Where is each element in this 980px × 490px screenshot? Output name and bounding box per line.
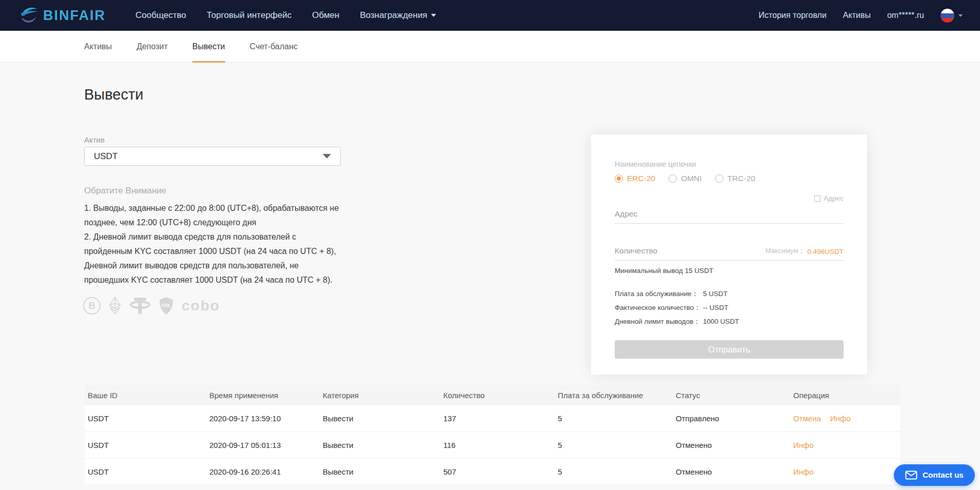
bitcoin-icon: B xyxy=(83,297,101,315)
address-checkbox[interactable] xyxy=(814,195,820,202)
amount-input[interactable] xyxy=(615,246,765,256)
radio-trc20-label: TRC-20 xyxy=(728,174,755,183)
fee-label: Плата за обслуживание： xyxy=(615,287,703,301)
top-navbar: BINFAIR Сообщество Торговый интерфейс Об… xyxy=(0,0,980,31)
fee-row-service: Плата за обслуживание： 5 USDT xyxy=(615,287,844,301)
tether-icon xyxy=(129,297,151,315)
notice-item-2: 2. Дневной лимит вывода средств для поль… xyxy=(84,230,345,287)
asset-field-label: Актив xyxy=(84,135,105,144)
address-book-checkbox-row: Адрес xyxy=(615,194,844,202)
withdraw-history-table: Ваше ID Время применения Категория Колич… xyxy=(85,385,900,485)
radio-omni[interactable]: OMNI xyxy=(669,174,701,183)
info-link[interactable]: Инфо xyxy=(793,467,814,476)
notice-text: 1. Выводы, заданные с 22:00 до 8:00 (UTC… xyxy=(84,201,345,287)
cell-amount: 137 xyxy=(440,414,555,423)
asset-select-value: USDT xyxy=(94,151,323,162)
nav-link-rewards[interactable]: Вознаграждения xyxy=(360,10,436,21)
cell-amount: 116 xyxy=(440,441,555,449)
radio-erc20[interactable]: ERC-20 xyxy=(615,174,655,183)
chevron-down-icon xyxy=(431,14,436,17)
cell-operation: Инфо xyxy=(790,441,900,449)
partner-icons-row: B SSL cobo xyxy=(83,297,220,315)
wallet-tabbar: Активы Депозит Вывести Счет-баланс xyxy=(0,31,980,63)
cancel-link[interactable]: Отмена xyxy=(793,414,821,423)
tab-withdraw[interactable]: Вывести xyxy=(192,31,225,63)
brand-name: BINFAIR xyxy=(43,8,106,24)
svg-text:SSL: SSL xyxy=(162,303,171,308)
address-input[interactable] xyxy=(615,209,844,219)
nav-link-exchange[interactable]: Обмен xyxy=(312,10,339,21)
max-value[interactable]: 0.496USDT xyxy=(807,248,844,256)
table-row: USDT 2020-09-16 20:26:41 Вывести 507 5 О… xyxy=(85,459,900,485)
radio-trc20[interactable]: TRC-20 xyxy=(715,174,755,183)
info-link[interactable]: Инфо xyxy=(793,441,814,449)
cell-id: USDT xyxy=(85,441,206,449)
fee-value: -- USDT xyxy=(703,301,729,315)
address-checkbox-label: Адрес xyxy=(824,194,844,202)
cobo-logo: cobo xyxy=(182,298,220,314)
col-header-time: Время применения xyxy=(206,391,320,400)
col-header-fee: Плата за обслуживание xyxy=(555,391,673,400)
col-header-id: Ваше ID xyxy=(85,391,206,400)
tab-deposit[interactable]: Депозит xyxy=(136,31,168,63)
cell-time: 2020-09-17 13:59:10 xyxy=(206,414,320,423)
binfair-logo[interactable]: BINFAIR xyxy=(19,5,106,26)
navbar-right: История торговли Активы om*****.ru xyxy=(759,0,963,31)
table-row: USDT 2020-09-17 13:59:10 Вывести 137 5 О… xyxy=(85,405,900,432)
ssl-shield-icon: SSL xyxy=(159,297,174,315)
contact-us-button[interactable]: Contact us xyxy=(894,464,975,486)
fee-label: Фактическое количество： xyxy=(615,301,703,315)
submit-button[interactable]: Отправить xyxy=(615,340,844,359)
chevron-down-icon xyxy=(958,14,963,17)
info-link[interactable]: Инфо xyxy=(830,414,851,423)
nav-link-rewards-label: Вознаграждения xyxy=(360,10,427,21)
language-selector[interactable] xyxy=(940,9,963,23)
envelope-icon xyxy=(905,471,917,480)
cell-status: Отменено xyxy=(673,467,790,476)
asset-select[interactable]: USDT xyxy=(84,147,341,166)
cell-category: Вывести xyxy=(320,467,440,476)
radio-icon xyxy=(615,174,623,183)
nav-link-community[interactable]: Сообщество xyxy=(135,10,186,21)
fee-summary: Плата за обслуживание： 5 USDT Фактическо… xyxy=(615,287,844,328)
nav-link-trade-history[interactable]: История торговли xyxy=(759,11,827,20)
russian-flag-icon xyxy=(940,9,954,23)
radio-erc20-label: ERC-20 xyxy=(627,174,655,183)
chevron-down-icon xyxy=(323,154,331,159)
col-header-operation: Операция xyxy=(790,391,900,400)
tab-account-balance[interactable]: Счет-баланс xyxy=(250,31,298,63)
cell-category: Вывести xyxy=(320,441,440,449)
nav-link-trading-interface[interactable]: Торговый интерфейс xyxy=(207,10,292,21)
chain-name-label: Наименование цепочки xyxy=(615,160,844,168)
cell-time: 2020-09-16 20:26:41 xyxy=(206,467,320,476)
contact-us-label: Contact us xyxy=(923,471,964,480)
radio-icon xyxy=(669,174,677,183)
cell-fee: 5 xyxy=(555,414,673,423)
tab-assets[interactable]: Активы xyxy=(84,31,112,63)
fee-row-daily-limit: Дневной лимит выводов： 1000 USDT xyxy=(615,315,844,328)
user-account-label[interactable]: om*****.ru xyxy=(887,11,924,20)
col-header-status: Статус xyxy=(673,391,790,400)
fee-value: 1000 USDT xyxy=(703,315,739,328)
ethereum-icon xyxy=(108,297,122,315)
main-nav: Сообщество Торговый интерфейс Обмен Возн… xyxy=(135,10,436,21)
cell-fee: 5 xyxy=(555,467,673,476)
cell-operation: Инфо xyxy=(790,467,900,476)
notice-title: Обратите Внимание xyxy=(84,186,166,196)
logo-swoosh-icon xyxy=(19,5,39,26)
cell-operation: Отмена Инфо xyxy=(790,414,900,423)
page-title: Вывести xyxy=(84,86,143,103)
amount-input-row: Максимум： 0.496USDT xyxy=(615,241,844,261)
cell-fee: 5 xyxy=(555,441,673,449)
col-header-amount: Количество xyxy=(440,391,555,400)
nav-link-assets[interactable]: Активы xyxy=(843,11,871,20)
chain-radio-group: ERC-20 OMNI TRC-20 xyxy=(615,174,844,183)
cell-category: Вывести xyxy=(320,414,440,423)
table-row: USDT 2020-09-17 05:01:13 Вывести 116 5 О… xyxy=(85,432,900,459)
min-withdraw-note: Минимальный вывод 15 USDT xyxy=(615,267,844,275)
col-header-category: Категория xyxy=(320,391,440,400)
cell-time: 2020-09-17 05:01:13 xyxy=(206,441,320,449)
withdraw-page: BINFAIR Сообщество Торговый интерфейс Об… xyxy=(0,0,980,490)
fee-row-actual-amount: Фактическое количество： -- USDT xyxy=(615,301,844,315)
address-input-row xyxy=(615,206,844,224)
